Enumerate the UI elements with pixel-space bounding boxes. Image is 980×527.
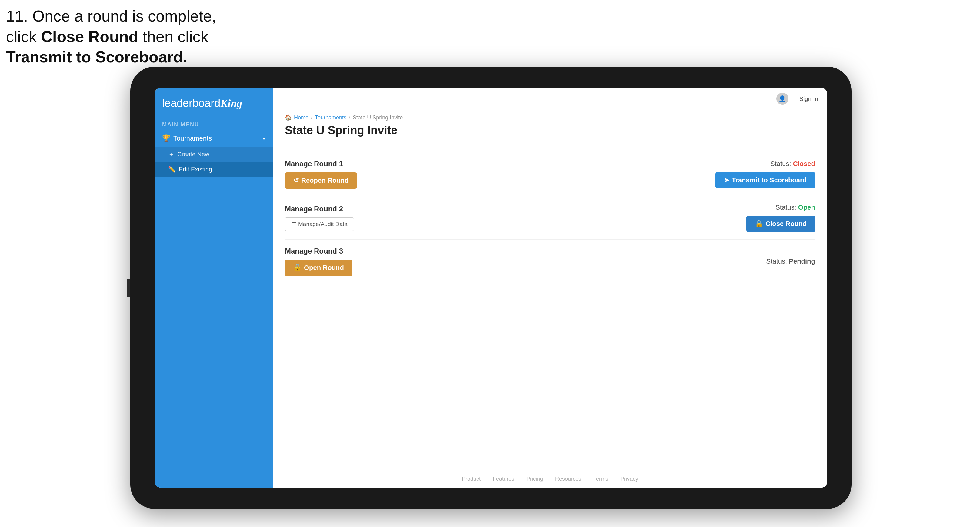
breadcrumb-tournaments[interactable]: Tournaments xyxy=(315,114,346,121)
audit-icon: ☰ xyxy=(291,221,296,228)
manage-audit-data-button[interactable]: ☰ Manage/Audit Data xyxy=(285,217,354,231)
round-3-status: Status: Pending xyxy=(766,257,815,265)
open-icon: 🔓 xyxy=(293,264,302,272)
round-2-right: Status: Open 🔒 Close Round xyxy=(746,203,815,232)
trophy-icon: 🏆 xyxy=(162,135,170,142)
round-3-left: Manage Round 3 🔓 Open Round xyxy=(285,247,352,276)
breadcrumb: 🏠 Home / Tournaments / State U Spring In… xyxy=(273,110,827,121)
logo-prefix: leaderboard xyxy=(162,97,220,110)
rounds-section: Manage Round 1 ↺ Reopen Round Status: Cl… xyxy=(273,143,827,470)
sidebar-item-create-new[interactable]: ＋ Create New xyxy=(154,147,273,162)
round-1-status: Status: Closed xyxy=(770,160,815,168)
footer-resources[interactable]: Resources xyxy=(555,476,581,482)
footer-features[interactable]: Features xyxy=(493,476,514,482)
sign-in-label: Sign In xyxy=(799,95,818,102)
round-3-title: Manage Round 3 xyxy=(285,247,352,255)
lock-icon: 🔒 xyxy=(755,220,763,228)
reopen-round-button[interactable]: ↺ Reopen Round xyxy=(285,172,357,189)
breadcrumb-sep1: / xyxy=(311,114,312,121)
instruction-text: 11. Once a round is complete, click Clos… xyxy=(6,6,216,68)
transmit-highlight: Transmit to Scoreboard. xyxy=(6,48,187,66)
transmit-icon: ➤ xyxy=(724,176,729,184)
page-title: State U Spring Invite xyxy=(273,121,827,143)
chevron-down-icon: ▾ xyxy=(263,136,265,141)
footer-terms[interactable]: Terms xyxy=(593,476,608,482)
tablet-device: leaderboardKing MAIN MENU 🏆 Tournaments … xyxy=(130,67,851,509)
tournaments-label: Tournaments xyxy=(173,135,212,142)
sidebar-item-edit-existing[interactable]: ✏️ Edit Existing xyxy=(154,162,273,176)
round-row-3: Manage Round 3 🔓 Open Round Status: Pend… xyxy=(285,240,815,284)
sidebar-item-tournaments[interactable]: 🏆 Tournaments ▾ xyxy=(154,130,273,147)
status-open-badge: Open xyxy=(798,203,815,211)
sidebar-submenu: ＋ Create New ✏️ Edit Existing xyxy=(154,147,273,176)
round-row-2: Manage Round 2 ☰ Manage/Audit Data Statu… xyxy=(285,196,815,240)
breadcrumb-home[interactable]: Home xyxy=(294,114,309,121)
breadcrumb-sep2: / xyxy=(349,114,350,121)
breadcrumb-icon: 🏠 xyxy=(285,114,291,121)
status-closed-badge: Closed xyxy=(793,160,815,167)
tablet-screen: leaderboardKing MAIN MENU 🏆 Tournaments … xyxy=(154,88,827,487)
app-footer: Product Features Pricing Resources Terms… xyxy=(273,470,827,487)
close-round-button[interactable]: 🔒 Close Round xyxy=(746,216,815,232)
footer-product[interactable]: Product xyxy=(462,476,480,482)
transmit-to-scoreboard-button[interactable]: ➤ Transmit to Scoreboard xyxy=(716,172,815,188)
logo: leaderboardKing xyxy=(154,88,273,116)
main-content: 👤 → Sign In 🏠 Home / Tournaments / State… xyxy=(273,88,827,487)
round-1-left: Manage Round 1 ↺ Reopen Round xyxy=(285,160,357,189)
breadcrumb-current: State U Spring Invite xyxy=(353,114,403,121)
round-1-right: Status: Closed ➤ Transmit to Scoreboard xyxy=(716,160,815,188)
round-2-title: Manage Round 2 xyxy=(285,205,354,213)
sidebar: leaderboardKing MAIN MENU 🏆 Tournaments … xyxy=(154,88,273,487)
logo-brand: King xyxy=(220,97,242,110)
plus-icon: ＋ xyxy=(168,150,174,159)
edit-existing-label: Edit Existing xyxy=(179,166,212,173)
sign-in-button[interactable]: 👤 → Sign In xyxy=(776,93,818,105)
create-new-label: Create New xyxy=(177,151,209,158)
round-2-status: Status: Open xyxy=(775,203,815,211)
edit-icon: ✏️ xyxy=(168,166,176,173)
sign-in-arrow-icon: → xyxy=(791,95,797,102)
status-pending-badge: Pending xyxy=(789,257,815,265)
open-round-button[interactable]: 🔓 Open Round xyxy=(285,260,352,276)
footer-pricing[interactable]: Pricing xyxy=(527,476,543,482)
tablet-side-button xyxy=(127,279,130,297)
avatar: 👤 xyxy=(776,93,789,105)
top-header: 👤 → Sign In xyxy=(273,88,827,110)
footer-privacy[interactable]: Privacy xyxy=(620,476,638,482)
menu-label: MAIN MENU xyxy=(154,116,273,130)
round-3-right: Status: Pending xyxy=(766,257,815,265)
round-1-title: Manage Round 1 xyxy=(285,160,357,168)
reopen-icon: ↺ xyxy=(293,176,299,184)
round-2-left: Manage Round 2 ☰ Manage/Audit Data xyxy=(285,205,354,231)
round-row-1: Manage Round 1 ↺ Reopen Round Status: Cl… xyxy=(285,152,815,196)
